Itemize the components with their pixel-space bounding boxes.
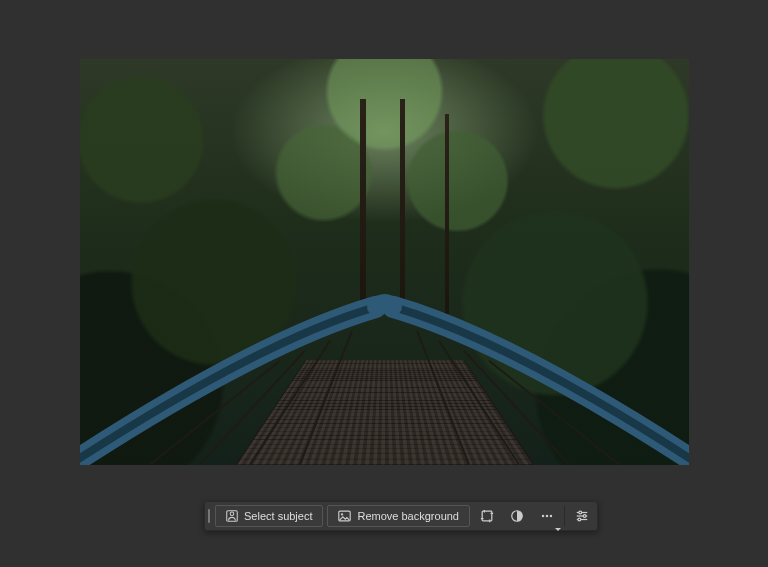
svg-point-22: [579, 511, 582, 514]
drag-handle[interactable]: [205, 502, 213, 530]
more-options-button[interactable]: [532, 502, 562, 530]
properties-sliders-icon: [575, 509, 589, 523]
flyout-caret-icon: [555, 528, 561, 531]
properties-button[interactable]: [567, 502, 597, 530]
svg-point-16: [542, 515, 544, 517]
svg-point-24: [578, 518, 581, 521]
more-options-icon: [540, 509, 554, 523]
image-content: [80, 59, 689, 465]
person-icon: [226, 510, 238, 522]
svg-point-8: [230, 512, 234, 516]
remove-background-button[interactable]: Remove background: [327, 505, 470, 527]
select-subject-button[interactable]: Select subject: [215, 505, 323, 527]
image-icon: [338, 510, 351, 522]
contextual-task-bar: Select subject Remove background: [204, 501, 598, 531]
mask-button[interactable]: [502, 502, 532, 530]
svg-point-23: [583, 515, 586, 518]
svg-rect-12: [482, 511, 492, 521]
svg-point-17: [546, 515, 548, 517]
select-subject-label: Select subject: [244, 511, 312, 522]
svg-point-18: [550, 515, 552, 517]
crop-transform-button[interactable]: [472, 502, 502, 530]
remove-background-label: Remove background: [357, 511, 459, 522]
canvas[interactable]: [80, 59, 689, 465]
svg-line-7: [417, 331, 469, 465]
svg-line-3: [300, 331, 352, 465]
crop-transform-icon: [480, 509, 494, 523]
editor-workspace: Select subject Remove background: [0, 0, 768, 567]
mask-circle-icon: [510, 509, 524, 523]
separator: [564, 506, 565, 526]
svg-point-11: [341, 513, 343, 515]
